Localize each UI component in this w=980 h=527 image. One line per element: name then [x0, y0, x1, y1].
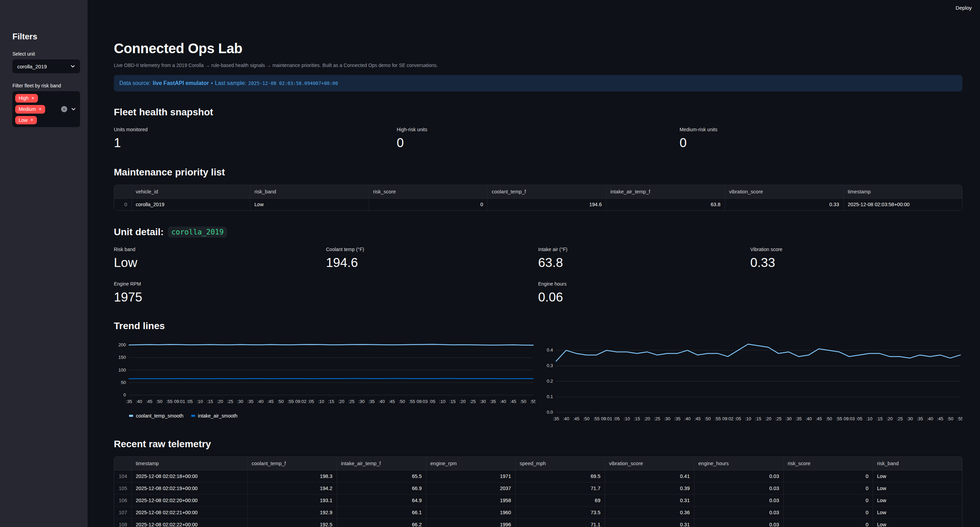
dataframe: vehicle_idrisk_bandrisk_scorecoolant_tem… [114, 185, 962, 210]
svg-text::35: :35 [490, 399, 496, 404]
column-header[interactable]: risk_score [783, 457, 873, 470]
metric-engine-hours: Engine hours 0.06 [538, 281, 963, 305]
column-header[interactable]: risk_score [369, 185, 487, 198]
column-header[interactable]: vibration_score [605, 457, 694, 470]
svg-text::25: :25 [348, 399, 355, 404]
table-cell: 0 [783, 482, 873, 494]
column-header[interactable]: timestamp [131, 457, 247, 470]
metric-units-monitored: Units monitored 1 [114, 127, 397, 150]
column-header[interactable]: intake_air_temp_f [606, 185, 725, 198]
table-row: 1042025-12-08 02:02:18+00:00198.365.5197… [114, 470, 962, 482]
risk-tag-low-label: Low [19, 117, 28, 123]
trend-charts: 050100150200:35:40:45:50:5509:01:05:10:1… [114, 340, 963, 425]
column-header[interactable] [114, 185, 131, 198]
table-cell: 71.7 [515, 482, 605, 494]
metric-high-risk-units: High-risk units 0 [397, 127, 679, 150]
risk-filter-label: Filter fleet by risk band [13, 83, 80, 88]
unit-select-value: corolla_2019 [17, 64, 47, 69]
svg-text::20: :20 [460, 399, 466, 404]
table-cell: 0.31 [605, 494, 694, 506]
table-cell: Low [873, 494, 962, 506]
clear-all-icon[interactable]: ✕ [61, 106, 67, 112]
svg-text::10: :10 [197, 399, 203, 404]
table-cell: 2025-12-08 02:02:18+00:00 [131, 470, 247, 482]
svg-text:0.2: 0.2 [547, 378, 553, 384]
svg-text::30: :30 [907, 416, 913, 421]
svg-text::50: :50 [156, 399, 162, 404]
table-cell: 105 [114, 482, 131, 494]
column-header[interactable]: vehicle_id [131, 185, 250, 198]
table-cell: 0.39 [605, 482, 694, 494]
table-row: 1082025-12-08 02:02:22+00:00192.566.2199… [114, 518, 962, 527]
table-cell: 66.9 [337, 482, 426, 494]
svg-text::50: :50 [947, 416, 953, 421]
table-row: 1052025-12-08 02:02:19+00:00194.266.9203… [114, 482, 962, 494]
table-cell: 2025-12-08 02:02:19+00:00 [131, 482, 247, 494]
banner-prefix: Data source: [119, 80, 151, 86]
unit-select[interactable]: corolla_2019 [13, 59, 80, 73]
table-cell: corolla_2019 [131, 198, 250, 210]
svg-text::45: :45 [267, 399, 274, 404]
svg-text::35: :35 [126, 399, 132, 404]
table-cell: 194.6 [487, 198, 606, 210]
column-header[interactable]: engine_hours [694, 457, 783, 470]
column-header[interactable]: engine_rpm [426, 457, 515, 470]
unit-metrics-row2: Engine RPM 1975 Engine hours 0.06 [114, 281, 963, 305]
metric-intake-air: Intake air (°F) 63.8 [538, 247, 750, 270]
remove-tag-high-icon[interactable]: ✕ [32, 96, 35, 101]
fleet-metrics: Units monitored 1 High-risk units 0 Medi… [114, 127, 963, 150]
svg-text:200: 200 [118, 342, 126, 347]
table-cell: 108 [114, 518, 131, 527]
svg-text::55: :55 [530, 399, 535, 404]
column-header[interactable]: risk_band [873, 457, 962, 470]
table-cell: 71.1 [515, 518, 605, 527]
column-header[interactable]: coolant_temp_f [247, 457, 337, 470]
svg-text::40: :40 [684, 416, 690, 421]
svg-text::40: :40 [257, 399, 264, 404]
svg-text::20: :20 [886, 416, 893, 421]
table-cell: 194.2 [247, 482, 337, 494]
column-header[interactable]: vibration_score [725, 185, 843, 198]
table-cell: 0.03 [694, 506, 783, 518]
main-content: Connected Ops Lab Live OBD-II telemetry … [88, 0, 980, 527]
table-cell: 192.5 [247, 518, 337, 527]
risk-tag-medium-label: Medium [19, 106, 36, 112]
table-cell: 69.5 [515, 470, 605, 482]
table-cell: 2025-12-08 02:02:22+00:00 [131, 518, 247, 527]
table-cell: 0 [783, 470, 873, 482]
svg-text::50: :50 [520, 399, 527, 404]
column-header[interactable]: coolant_temp_f [487, 185, 606, 198]
chevron-down-icon [70, 63, 76, 69]
column-header[interactable] [114, 457, 131, 470]
column-header[interactable]: speed_mph [515, 457, 605, 470]
table-cell: 198.3 [247, 470, 337, 482]
svg-text::40: :40 [500, 399, 506, 404]
svg-text::15: :15 [328, 399, 334, 404]
chart-canvas: 050100150200:35:40:45:50:5509:01:05:10:1… [114, 340, 535, 406]
risk-band-multiselect[interactable]: High ✕ Medium ✕ Low ✕ ✕ [13, 91, 80, 127]
svg-text::45: :45 [816, 416, 822, 421]
table-cell: 0.03 [694, 494, 783, 506]
column-header[interactable]: risk_band [250, 185, 369, 198]
svg-text::15: :15 [755, 416, 761, 421]
svg-text::45: :45 [694, 416, 701, 421]
column-header[interactable]: timestamp [843, 185, 962, 198]
remove-tag-medium-icon[interactable]: ✕ [39, 107, 42, 112]
table-cell: 107 [114, 506, 131, 518]
metric-value: 0 [679, 136, 963, 150]
svg-text:0: 0 [124, 392, 126, 398]
header-row: timestampcoolant_temp_fintake_air_temp_f… [114, 457, 962, 470]
svg-text::15: :15 [877, 416, 883, 421]
svg-text::25: :25 [227, 399, 233, 404]
fleet-snapshot-title: Fleet health snapshot [114, 107, 963, 118]
dataframe: timestampcoolant_temp_fintake_air_temp_f… [114, 457, 962, 527]
risk-tag-low: Low ✕ [15, 116, 37, 125]
trend-chart-vibration: 0.00.10.20.30.4:35:40:45:50:5509:01:05:1… [541, 340, 963, 425]
svg-text::10: :10 [439, 399, 445, 404]
table-cell: 2025-12-08 02:03:58+00:00 [843, 198, 962, 210]
table-cell: 104 [114, 470, 131, 482]
page-caption: Live OBD-II telemetry from a 2019 Coroll… [114, 62, 963, 68]
remove-tag-low-icon[interactable]: ✕ [30, 118, 33, 122]
column-header[interactable]: intake_air_temp_f [337, 457, 426, 470]
risk-tag-list: High ✕ Medium ✕ Low ✕ [15, 94, 45, 125]
